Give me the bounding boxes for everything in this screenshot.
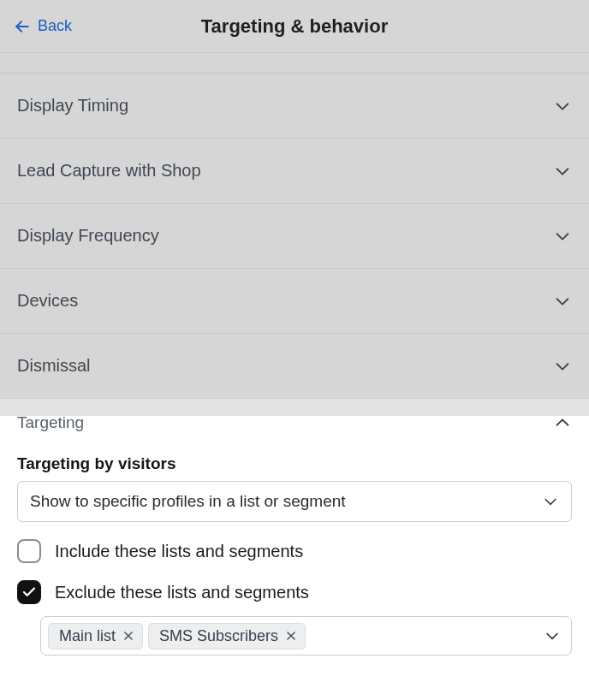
tag-chip-label: Main list xyxy=(59,627,116,645)
chevron-down-icon xyxy=(553,162,572,181)
targeting-by-visitors-select[interactable]: Show to specific profiles in a list or s… xyxy=(17,481,572,522)
select-value: Show to specific profiles in a list or s… xyxy=(30,492,346,511)
exclude-lists-input[interactable]: Main list SMS Subscribers xyxy=(40,616,572,656)
accordion-display-frequency[interactable]: Display Frequency xyxy=(0,203,589,269)
chevron-up-icon xyxy=(553,413,572,432)
include-lists-label: Include these lists and segments xyxy=(55,542,303,561)
exclude-lists-checkbox[interactable] xyxy=(17,580,41,604)
chevron-down-icon xyxy=(553,97,572,116)
exclude-lists-label: Exclude these lists and segments xyxy=(55,583,309,602)
back-label: Back xyxy=(38,17,72,35)
include-lists-checkbox[interactable] xyxy=(17,539,41,563)
tag-chip: Main list xyxy=(48,623,143,650)
tag-chip: SMS Subscribers xyxy=(148,623,306,650)
accordion-lead-capture[interactable]: Lead Capture with Shop xyxy=(0,138,589,204)
header-spacer xyxy=(0,53,589,74)
accordion-devices[interactable]: Devices xyxy=(0,268,589,334)
targeting-by-visitors-label: Targeting by visitors xyxy=(17,454,572,473)
chevron-down-icon xyxy=(553,357,572,376)
targeting-panel: Targeting by visitors Show to specific p… xyxy=(0,446,589,673)
accordion-label: Display Frequency xyxy=(17,226,159,246)
accordion-label: Targeting xyxy=(17,413,84,432)
accordion-targeting[interactable]: Targeting xyxy=(0,398,589,446)
accordion-dismissal[interactable]: Dismissal xyxy=(0,333,589,399)
accordion-label: Lead Capture with Shop xyxy=(17,161,201,181)
arrow-left-icon xyxy=(14,18,31,35)
accordion-label: Display Timing xyxy=(17,96,128,116)
check-icon xyxy=(21,584,37,600)
page-title: Targeting & behavior xyxy=(201,15,388,38)
close-icon[interactable] xyxy=(122,630,134,642)
accordion-display-timing[interactable]: Display Timing xyxy=(0,73,589,139)
header-bar: Back Targeting & behavior xyxy=(0,0,589,53)
chevron-down-icon xyxy=(553,227,572,246)
chevron-down-icon xyxy=(553,292,572,311)
exclude-lists-row: Exclude these lists and segments xyxy=(17,580,572,604)
tag-chip-label: SMS Subscribers xyxy=(159,627,278,645)
chevron-down-icon[interactable] xyxy=(544,627,561,644)
include-lists-row: Include these lists and segments xyxy=(17,539,572,563)
close-icon[interactable] xyxy=(285,630,297,642)
back-button[interactable]: Back xyxy=(14,17,72,35)
accordion-label: Devices xyxy=(17,291,78,311)
chevron-down-icon xyxy=(542,493,559,510)
accordion-label: Dismissal xyxy=(17,356,91,376)
